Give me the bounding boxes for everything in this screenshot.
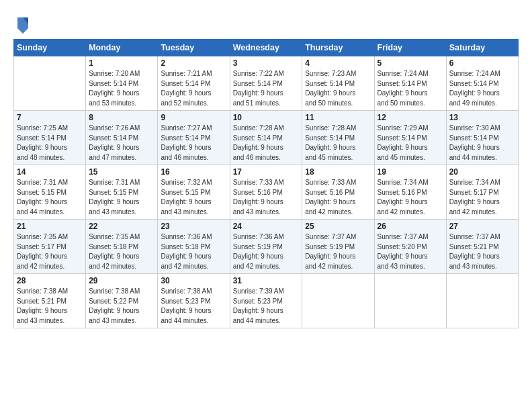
weekday-monday: Monday <box>86 40 158 56</box>
day-number: 24 <box>233 222 300 231</box>
cell-info: Sunrise: 7:26 AM Sunset: 5:14 PM Dayligh… <box>89 124 154 163</box>
day-number: 28 <box>17 276 83 285</box>
calendar-cell: 27Sunrise: 7:37 AM Sunset: 5:21 PM Dayli… <box>446 220 518 274</box>
cell-info: Sunrise: 7:27 AM Sunset: 5:14 PM Dayligh… <box>161 124 226 163</box>
cell-info: Sunrise: 7:21 AM Sunset: 5:14 PM Dayligh… <box>161 69 226 108</box>
logo-icon <box>15 15 31 34</box>
cell-info: Sunrise: 7:37 AM Sunset: 5:21 PM Dayligh… <box>449 232 515 271</box>
day-number: 2 <box>161 58 226 68</box>
day-number: 22 <box>89 222 154 231</box>
week-row-5: 28Sunrise: 7:38 AM Sunset: 5:21 PM Dayli… <box>14 274 519 328</box>
weekday-row: SundayMondayTuesdayWednesdayThursdayFrid… <box>14 40 519 56</box>
cell-info: Sunrise: 7:37 AM Sunset: 5:19 PM Dayligh… <box>305 232 371 271</box>
day-number: 7 <box>17 113 83 122</box>
cell-info: Sunrise: 7:37 AM Sunset: 5:20 PM Dayligh… <box>378 232 443 271</box>
cell-info: Sunrise: 7:38 AM Sunset: 5:23 PM Dayligh… <box>161 287 226 326</box>
day-number: 29 <box>89 276 154 285</box>
week-row-4: 21Sunrise: 7:35 AM Sunset: 5:17 PM Dayli… <box>14 220 519 274</box>
calendar-cell: 12Sunrise: 7:29 AM Sunset: 5:14 PM Dayli… <box>374 111 446 165</box>
calendar-cell: 9Sunrise: 7:27 AM Sunset: 5:14 PM Daylig… <box>158 111 230 165</box>
calendar-cell: 19Sunrise: 7:34 AM Sunset: 5:16 PM Dayli… <box>374 165 446 220</box>
cell-info: Sunrise: 7:33 AM Sunset: 5:16 PM Dayligh… <box>305 178 371 217</box>
calendar-cell: 28Sunrise: 7:38 AM Sunset: 5:21 PM Dayli… <box>14 274 86 328</box>
cell-info: Sunrise: 7:31 AM Sunset: 5:15 PM Dayligh… <box>17 178 83 217</box>
day-number: 9 <box>161 113 226 122</box>
cell-info: Sunrise: 7:39 AM Sunset: 5:23 PM Dayligh… <box>233 287 300 326</box>
cell-info: Sunrise: 7:30 AM Sunset: 5:14 PM Dayligh… <box>449 124 515 163</box>
day-number: 23 <box>161 222 226 231</box>
day-number: 16 <box>161 167 226 177</box>
header <box>13 12 519 34</box>
cell-info: Sunrise: 7:28 AM Sunset: 5:14 PM Dayligh… <box>305 124 371 163</box>
calendar-cell: 13Sunrise: 7:30 AM Sunset: 5:14 PM Dayli… <box>446 111 518 165</box>
calendar-cell: 23Sunrise: 7:36 AM Sunset: 5:18 PM Dayli… <box>158 220 230 274</box>
day-number: 5 <box>378 58 443 68</box>
day-number: 12 <box>378 113 443 122</box>
calendar-cell: 18Sunrise: 7:33 AM Sunset: 5:16 PM Dayli… <box>302 165 374 220</box>
day-number: 11 <box>305 113 371 122</box>
week-row-3: 14Sunrise: 7:31 AM Sunset: 5:15 PM Dayli… <box>14 165 519 220</box>
calendar-cell: 7Sunrise: 7:25 AM Sunset: 5:14 PM Daylig… <box>14 111 86 165</box>
calendar-cell: 22Sunrise: 7:35 AM Sunset: 5:18 PM Dayli… <box>86 220 158 274</box>
day-number: 26 <box>378 222 443 231</box>
day-number: 30 <box>161 276 226 285</box>
cell-info: Sunrise: 7:24 AM Sunset: 5:14 PM Dayligh… <box>449 69 515 108</box>
cell-info: Sunrise: 7:28 AM Sunset: 5:14 PM Dayligh… <box>233 124 300 163</box>
day-number: 6 <box>449 58 515 68</box>
calendar-cell: 11Sunrise: 7:28 AM Sunset: 5:14 PM Dayli… <box>302 111 374 165</box>
cell-info: Sunrise: 7:35 AM Sunset: 5:17 PM Dayligh… <box>17 232 83 271</box>
day-number: 20 <box>449 167 515 177</box>
day-number: 1 <box>89 58 154 68</box>
calendar-cell: 21Sunrise: 7:35 AM Sunset: 5:17 PM Dayli… <box>14 220 86 274</box>
calendar-cell: 16Sunrise: 7:32 AM Sunset: 5:15 PM Dayli… <box>158 165 230 220</box>
calendar-cell: 24Sunrise: 7:36 AM Sunset: 5:19 PM Dayli… <box>230 220 302 274</box>
calendar-cell: 1Sunrise: 7:20 AM Sunset: 5:14 PM Daylig… <box>86 56 158 111</box>
weekday-sunday: Sunday <box>14 40 86 56</box>
calendar: SundayMondayTuesdayWednesdayThursdayFrid… <box>13 39 519 328</box>
calendar-cell: 26Sunrise: 7:37 AM Sunset: 5:20 PM Dayli… <box>374 220 446 274</box>
day-number: 18 <box>305 167 371 177</box>
cell-info: Sunrise: 7:23 AM Sunset: 5:14 PM Dayligh… <box>305 69 371 108</box>
day-number: 8 <box>89 113 154 122</box>
calendar-cell: 2Sunrise: 7:21 AM Sunset: 5:14 PM Daylig… <box>158 56 230 111</box>
cell-info: Sunrise: 7:34 AM Sunset: 5:17 PM Dayligh… <box>449 178 515 217</box>
calendar-cell: 3Sunrise: 7:22 AM Sunset: 5:14 PM Daylig… <box>230 56 302 111</box>
cell-info: Sunrise: 7:29 AM Sunset: 5:14 PM Dayligh… <box>378 124 443 163</box>
page: SundayMondayTuesdayWednesdayThursdayFrid… <box>0 0 532 411</box>
calendar-cell: 5Sunrise: 7:24 AM Sunset: 5:14 PM Daylig… <box>374 56 446 111</box>
calendar-cell: 4Sunrise: 7:23 AM Sunset: 5:14 PM Daylig… <box>302 56 374 111</box>
calendar-cell: 29Sunrise: 7:38 AM Sunset: 5:22 PM Dayli… <box>86 274 158 328</box>
weekday-wednesday: Wednesday <box>230 40 302 56</box>
day-number: 17 <box>233 167 300 177</box>
day-number: 25 <box>305 222 371 231</box>
day-number: 3 <box>233 58 300 68</box>
cell-info: Sunrise: 7:25 AM Sunset: 5:14 PM Dayligh… <box>17 124 83 163</box>
cell-info: Sunrise: 7:24 AM Sunset: 5:14 PM Dayligh… <box>378 69 443 108</box>
day-number: 10 <box>233 113 300 122</box>
weekday-tuesday: Tuesday <box>158 40 230 56</box>
cell-info: Sunrise: 7:38 AM Sunset: 5:22 PM Dayligh… <box>89 287 154 326</box>
cell-info: Sunrise: 7:20 AM Sunset: 5:14 PM Dayligh… <box>89 69 154 108</box>
day-number: 31 <box>233 276 300 285</box>
day-number: 19 <box>378 167 443 177</box>
day-number: 27 <box>449 222 515 231</box>
calendar-cell <box>302 274 374 328</box>
cell-info: Sunrise: 7:34 AM Sunset: 5:16 PM Dayligh… <box>378 178 443 217</box>
calendar-body: 1Sunrise: 7:20 AM Sunset: 5:14 PM Daylig… <box>14 56 519 328</box>
calendar-cell: 8Sunrise: 7:26 AM Sunset: 5:14 PM Daylig… <box>86 111 158 165</box>
calendar-cell <box>446 274 518 328</box>
week-row-1: 1Sunrise: 7:20 AM Sunset: 5:14 PM Daylig… <box>14 56 519 111</box>
weekday-saturday: Saturday <box>446 40 518 56</box>
calendar-cell: 20Sunrise: 7:34 AM Sunset: 5:17 PM Dayli… <box>446 165 518 220</box>
logo <box>13 15 31 34</box>
cell-info: Sunrise: 7:36 AM Sunset: 5:19 PM Dayligh… <box>233 232 300 271</box>
cell-info: Sunrise: 7:35 AM Sunset: 5:18 PM Dayligh… <box>89 232 154 271</box>
calendar-cell: 17Sunrise: 7:33 AM Sunset: 5:16 PM Dayli… <box>230 165 302 220</box>
calendar-cell <box>374 274 446 328</box>
calendar-cell: 30Sunrise: 7:38 AM Sunset: 5:23 PM Dayli… <box>158 274 230 328</box>
calendar-header: SundayMondayTuesdayWednesdayThursdayFrid… <box>14 40 519 56</box>
weekday-thursday: Thursday <box>302 40 374 56</box>
calendar-cell: 10Sunrise: 7:28 AM Sunset: 5:14 PM Dayli… <box>230 111 302 165</box>
week-row-2: 7Sunrise: 7:25 AM Sunset: 5:14 PM Daylig… <box>14 111 519 165</box>
cell-info: Sunrise: 7:31 AM Sunset: 5:15 PM Dayligh… <box>89 178 154 217</box>
